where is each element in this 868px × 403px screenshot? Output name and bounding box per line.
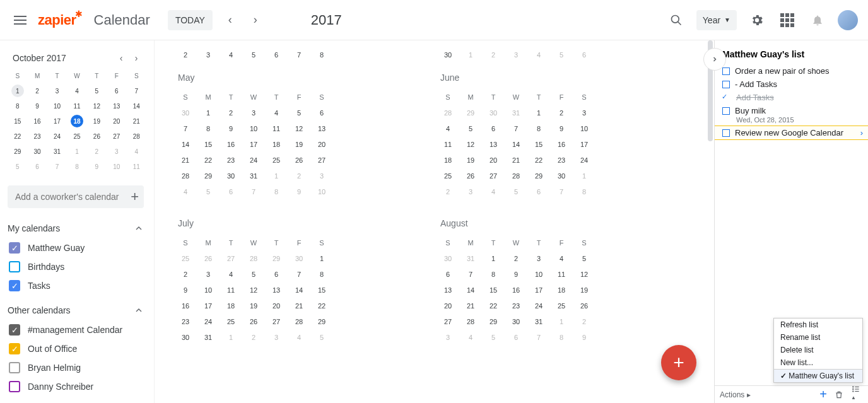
- year-day[interactable]: 22: [482, 298, 505, 313]
- year-day[interactable]: 5: [242, 266, 265, 282]
- year-day[interactable]: 30: [174, 105, 197, 120]
- mini-prev-button[interactable]: ‹: [114, 53, 129, 63]
- year-day[interactable]: 19: [459, 152, 482, 168]
- task-item[interactable]: Add Tasks: [715, 91, 868, 104]
- year-day[interactable]: 3: [197, 47, 220, 62]
- mini-day[interactable]: 4: [127, 144, 146, 159]
- year-day[interactable]: 11: [220, 282, 242, 298]
- calendar-checkbox[interactable]: [9, 362, 20, 373]
- year-day[interactable]: 10: [197, 282, 220, 298]
- year-day[interactable]: 13: [482, 136, 505, 152]
- year-day[interactable]: 20: [310, 136, 333, 152]
- year-day[interactable]: 8: [482, 266, 505, 282]
- mini-day[interactable]: 24: [47, 129, 67, 144]
- year-day[interactable]: 5: [242, 47, 265, 62]
- year-day[interactable]: 25: [437, 168, 459, 184]
- mini-day[interactable]: 17: [47, 114, 67, 129]
- year-day[interactable]: 9: [505, 266, 527, 282]
- year-day[interactable]: 5: [550, 47, 573, 62]
- year-day[interactable]: 2: [573, 313, 595, 329]
- calendar-checkbox[interactable]: [9, 381, 20, 392]
- year-day[interactable]: 4: [288, 329, 310, 345]
- year-day[interactable]: 9: [174, 282, 197, 298]
- tasks-actions-button[interactable]: Actions ▸: [720, 390, 751, 399]
- year-day[interactable]: 2: [482, 47, 505, 62]
- year-day[interactable]: 25: [265, 152, 288, 168]
- year-day[interactable]: 18: [550, 282, 573, 298]
- year-day[interactable]: 8: [310, 266, 333, 282]
- task-detail-arrow-icon[interactable]: ›: [860, 128, 863, 137]
- task-checkbox[interactable]: [722, 129, 730, 137]
- mini-day[interactable]: 11: [67, 98, 86, 114]
- apps-grid-icon[interactable]: [775, 8, 800, 33]
- year-day[interactable]: 1: [220, 329, 242, 345]
- year-day[interactable]: 24: [242, 152, 265, 168]
- mini-day[interactable]: 9: [27, 98, 47, 114]
- next-period-button[interactable]: ›: [243, 8, 268, 33]
- task-checkbox[interactable]: [722, 94, 731, 102]
- year-day[interactable]: 16: [505, 282, 527, 298]
- mini-day[interactable]: 13: [107, 98, 126, 114]
- year-day[interactable]: 1: [197, 105, 220, 120]
- mini-day[interactable]: 15: [8, 114, 27, 129]
- year-day[interactable]: 3: [573, 105, 595, 120]
- calendar-item[interactable]: ✓ #management Calendar: [8, 320, 144, 339]
- year-day[interactable]: 6: [505, 329, 527, 345]
- year-day[interactable]: 24: [573, 152, 595, 168]
- year-day[interactable]: 30: [288, 250, 310, 266]
- year-day[interactable]: 11: [265, 120, 288, 136]
- year-day[interactable]: 27: [265, 313, 288, 329]
- year-day[interactable]: 4: [265, 105, 288, 120]
- year-day[interactable]: 31: [197, 329, 220, 345]
- year-day[interactable]: 6: [482, 120, 505, 136]
- year-day[interactable]: 24: [197, 313, 220, 329]
- year-day[interactable]: 27: [482, 168, 505, 184]
- year-day[interactable]: 7: [288, 266, 310, 282]
- year-day[interactable]: 16: [550, 136, 573, 152]
- mini-day[interactable]: 23: [27, 129, 47, 144]
- year-day[interactable]: 20: [265, 298, 288, 313]
- year-day[interactable]: 3: [242, 105, 265, 120]
- mini-day[interactable]: 2: [87, 144, 107, 159]
- mini-day[interactable]: 1: [8, 83, 27, 98]
- tasks-collapse-button[interactable]: [703, 48, 726, 71]
- task-item[interactable]: Buy milk: [715, 104, 868, 117]
- year-day[interactable]: 8: [310, 47, 333, 62]
- year-day[interactable]: 6: [573, 47, 595, 62]
- mini-day[interactable]: 3: [107, 144, 126, 159]
- year-day[interactable]: 16: [174, 298, 197, 313]
- view-selector[interactable]: Year ▼: [696, 10, 737, 30]
- year-day[interactable]: 6: [265, 47, 288, 62]
- calendar-checkbox[interactable]: ✓: [9, 280, 20, 291]
- year-day[interactable]: 3: [197, 266, 220, 282]
- year-day[interactable]: 31: [527, 313, 550, 329]
- year-day[interactable]: 29: [527, 168, 550, 184]
- add-coworker-field[interactable]: +: [8, 185, 144, 208]
- year-day[interactable]: 7: [505, 120, 527, 136]
- mini-day[interactable]: 21: [127, 114, 146, 129]
- year-day[interactable]: 22: [197, 152, 220, 168]
- year-day[interactable]: 23: [550, 152, 573, 168]
- year-day[interactable]: 3: [505, 47, 527, 62]
- mini-day[interactable]: 28: [127, 129, 146, 144]
- mini-day[interactable]: 30: [27, 144, 47, 159]
- year-day[interactable]: 25: [220, 313, 242, 329]
- year-day[interactable]: 2: [174, 266, 197, 282]
- year-day[interactable]: 5: [288, 105, 310, 120]
- year-day[interactable]: 21: [505, 152, 527, 168]
- task-checkbox[interactable]: [722, 81, 730, 88]
- mini-day[interactable]: 10: [107, 159, 126, 174]
- task-item[interactable]: Review new Google Calendar ›: [715, 126, 868, 140]
- year-day[interactable]: 4: [174, 184, 197, 199]
- mini-day[interactable]: 7: [47, 159, 67, 174]
- year-day[interactable]: 3: [459, 184, 482, 199]
- mini-day[interactable]: 16: [27, 114, 47, 129]
- notifications-bell-icon[interactable]: [805, 8, 830, 33]
- account-avatar[interactable]: [838, 10, 858, 30]
- year-day[interactable]: 7: [527, 329, 550, 345]
- year-day[interactable]: 1: [482, 250, 505, 266]
- year-day[interactable]: 3: [265, 329, 288, 345]
- year-day[interactable]: 5: [310, 329, 333, 345]
- year-day[interactable]: 30: [550, 168, 573, 184]
- year-day[interactable]: 17: [527, 282, 550, 298]
